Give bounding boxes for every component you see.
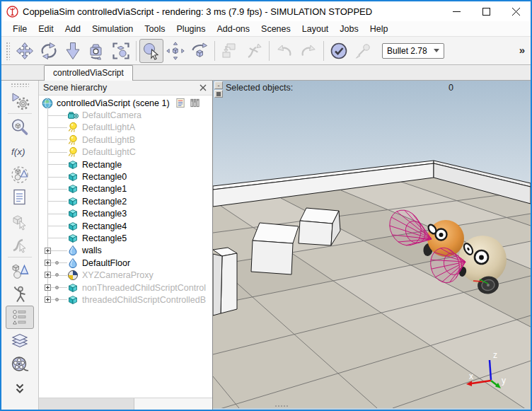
3d-scene[interactable]: x y z	[213, 81, 531, 408]
toolbar-camera-rotate-button[interactable]	[37, 39, 61, 63]
hierarchy-item-Rectangle0[interactable]: Rectangle0	[39, 170, 212, 183]
maximize-button[interactable]	[471, 1, 501, 21]
title-bar[interactable]: CoppeliaSim controlledViaScript - render…	[1, 1, 531, 21]
hierarchy-item-nonThreadedChildScriptControl[interactable]: nonThreadedChildScriptControl	[39, 282, 212, 294]
script-dot-icon[interactable]	[55, 261, 59, 265]
hierarchy-item-DefaultLightC[interactable]: DefaultLightC	[39, 146, 212, 158]
hierarchy-item-Rectangle[interactable]: Rectangle	[39, 158, 212, 170]
viewport[interactable]: x y z - Selected obj	[213, 81, 531, 410]
undo-icon	[275, 42, 294, 60]
hierarchy-root-item[interactable]: controlledViaScript (scene 1)	[39, 97, 212, 109]
leftbar-add-primitive-shape-button[interactable]	[6, 259, 34, 282]
menu-tools[interactable]: Tools	[139, 22, 170, 36]
hierarchy-item-DefaultCamera[interactable]: DefaultCamera	[39, 109, 212, 121]
toolbar-object-select-button[interactable]	[139, 39, 163, 63]
leftbar-model-browser-button[interactable]	[6, 282, 34, 306]
hierarchy-item-walls[interactable]: walls	[39, 245, 212, 257]
toolbar-visualize-dynamic-content-button[interactable]	[351, 39, 375, 63]
light-icon	[67, 122, 79, 133]
leftbar-scene-hierarchy-button[interactable]	[6, 306, 34, 329]
hierarchy-hscrollbar[interactable]	[39, 398, 212, 410]
toolbar-undo-button[interactable]	[272, 39, 296, 63]
leftbar-layers-button[interactable]	[6, 329, 34, 352]
menu-file[interactable]: File	[7, 22, 33, 36]
script-dot-icon[interactable]	[55, 273, 59, 277]
expand-plus-icon[interactable]	[45, 248, 51, 254]
shape-icon	[67, 257, 79, 269]
toolbar-overflow-button[interactable]: »	[519, 44, 525, 56]
close-button[interactable]	[501, 1, 531, 21]
hierarchy-root-label: controlledViaScript (scene 1)	[57, 98, 170, 108]
leftbar-simulation-settings-button[interactable]	[6, 88, 34, 112]
toolbar-toggle-dynamics-button[interactable]	[327, 39, 351, 63]
box-mid[interactable]	[251, 223, 299, 274]
expand-plus-icon[interactable]	[45, 260, 51, 266]
leftbar-scene-object-properties-button[interactable]	[6, 115, 34, 139]
toolbar-camera-zoom-button[interactable]	[61, 39, 85, 63]
leftbar-more-options-button[interactable]	[6, 376, 34, 399]
leftbar-calculation-modules-button[interactable]: f(x)	[6, 139, 34, 162]
hierarchy-item-XYZCameraProxy[interactable]: XYZCameraProxy	[39, 269, 212, 281]
toolbar-redo-button[interactable]	[296, 39, 320, 63]
hierarchy-item-DefaultFloor[interactable]: DefaultFloor	[39, 257, 212, 269]
toolbar-grip[interactable]	[6, 42, 10, 60]
leftbar-video-recorder-button[interactable]	[6, 352, 34, 376]
menu-scenes[interactable]: Scenes	[255, 22, 296, 36]
leftbar-collections-button[interactable]	[6, 162, 34, 185]
menu-add[interactable]: Add	[59, 22, 86, 36]
cuboid-icon	[67, 208, 79, 219]
camera-icon	[67, 110, 79, 121]
leftbar-path-edit-mode-button[interactable]	[6, 232, 34, 255]
menu-jobs[interactable]: Jobs	[334, 22, 364, 36]
cuboid-icon	[67, 294, 79, 306]
hierarchy-close-icon[interactable]	[198, 83, 208, 93]
leftbar-shape-edit-mode-button[interactable]	[6, 209, 34, 232]
tree-connector	[47, 201, 67, 202]
hierarchy-item-Rectangle5[interactable]: Rectangle5	[39, 232, 212, 244]
toolbar-fit-to-view-button[interactable]	[109, 39, 133, 63]
menu-plugins[interactable]: Plugins	[171, 22, 212, 36]
menu-add-ons[interactable]: Add-ons	[212, 22, 256, 36]
toolbar-object-shift-button[interactable]	[163, 39, 187, 63]
cuboid-icon	[67, 183, 79, 195]
menu-layout[interactable]: Layout	[296, 22, 335, 36]
info-bar-square-button[interactable]	[214, 90, 223, 98]
hierarchy-item-Rectangle3[interactable]: Rectangle3	[39, 208, 212, 220]
box-left[interactable]	[213, 248, 237, 316]
expand-plus-icon[interactable]	[45, 272, 51, 278]
scene-script-icon[interactable]	[175, 98, 186, 108]
expand-plus-icon[interactable]	[45, 284, 51, 291]
tree-connector	[47, 214, 67, 214]
left-toolbar-grip[interactable]	[11, 83, 29, 87]
menu-simulation[interactable]: Simulation	[86, 22, 139, 36]
script-dot-icon[interactable]	[55, 286, 59, 289]
toolbar-camera-pan-button[interactable]	[13, 39, 37, 63]
hierarchy-item-Rectangle1[interactable]: Rectangle1	[39, 183, 212, 195]
expand-plus-icon[interactable]	[45, 296, 51, 303]
minimize-button[interactable]	[441, 1, 471, 21]
physics-engine-select[interactable]: Bullet 2.78	[382, 43, 444, 59]
cuboid-icon	[67, 208, 79, 219]
menu-help[interactable]: Help	[364, 22, 394, 36]
hierarchy-item-Rectangle2[interactable]: Rectangle2	[39, 195, 212, 207]
menu-edit[interactable]: Edit	[33, 22, 59, 36]
visualize-dynamic-content-icon	[354, 42, 372, 60]
toolbar-camera-shift-angle-button[interactable]	[85, 39, 109, 63]
box-back[interactable]	[299, 208, 340, 245]
toolbar-transfer-dna-button[interactable]	[242, 39, 266, 63]
tab-controlledviascript[interactable]: controlledViaScript	[44, 65, 133, 81]
hierarchy-item-DefaultLightA[interactable]: DefaultLightA	[39, 122, 212, 134]
scene-columns-icon[interactable]	[190, 98, 200, 108]
script-dot-icon[interactable]	[55, 298, 59, 301]
hierarchy-item-threadedChildScriptControlledB[interactable]: threadedChildScriptControlledB	[39, 294, 212, 306]
hierarchy-hscrollbar-thumb[interactable]	[39, 398, 134, 410]
hierarchy-item-Rectangle4[interactable]: Rectangle4	[39, 220, 212, 232]
toolbar-object-rotate-button[interactable]	[187, 39, 212, 63]
cuboid-icon	[67, 233, 79, 244]
proxy-icon	[67, 270, 79, 281]
toolbar-assemble-button[interactable]	[218, 39, 242, 63]
leftbar-scripts-button[interactable]	[6, 185, 34, 209]
info-bar-collapse-button[interactable]: -	[214, 81, 223, 89]
world-icon	[42, 98, 53, 109]
hierarchy-item-DefaultLightB[interactable]: DefaultLightB	[39, 134, 212, 146]
